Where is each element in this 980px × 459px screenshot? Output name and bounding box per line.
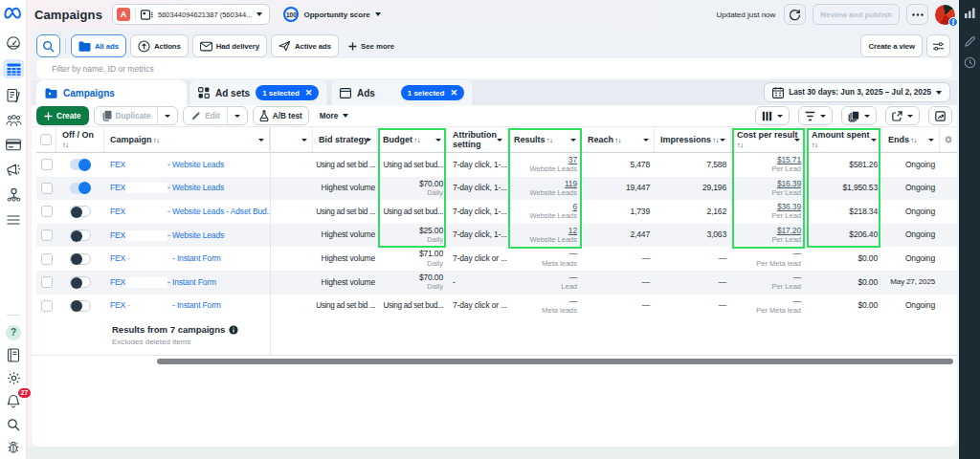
create-a-view-button[interactable]: Create a view (860, 34, 923, 57)
edit-dropdown[interactable] (227, 107, 247, 124)
toggle-knob (71, 277, 82, 289)
column-header-bid_strategy[interactable]: Bid strategy (313, 127, 377, 152)
column-header-ends[interactable]: Ends ↑↓ (882, 127, 940, 152)
cost-per-result-value[interactable]: $15.71 (777, 156, 801, 164)
reports-button[interactable] (841, 106, 877, 125)
results-value[interactable]: 6 (572, 203, 577, 211)
duplicate-dropdown[interactable] (157, 107, 177, 124)
sidebar-item-settings[interactable] (3, 370, 24, 386)
column-header-campaign[interactable]: Campaign ↑↓ (104, 127, 270, 152)
tab-ads[interactable]: Ads 1 selected✕ (330, 80, 474, 105)
campaign-name-link[interactable]: FEX- Website Leads - Adset Bud... (110, 207, 265, 217)
columns-button[interactable] (755, 106, 790, 125)
horizontal-scrollbar[interactable] (157, 359, 953, 364)
campaign-name-link[interactable]: FEX ·- Instant Form (110, 253, 265, 264)
campaign-toggle[interactable] (70, 183, 91, 194)
campaign-name-link[interactable]: FEX ·- Instant Form (110, 300, 265, 311)
date-range-selector[interactable]: Last 30 days: Jun 3, 2025 – Jul 2, 2025 (764, 82, 950, 102)
campaign-name-link[interactable]: FEX- Instant Form (110, 277, 265, 288)
sidebar-item-business-settings[interactable] (3, 186, 24, 203)
sidebar-item-billing[interactable] (3, 137, 24, 153)
sidebar-item-campaigns[interactable] (3, 59, 24, 78)
clock-icon[interactable] (964, 56, 976, 69)
column-header-impressions[interactable]: Impressions ↑↓ (655, 127, 731, 152)
info-icon[interactable] (229, 325, 238, 335)
see-more-button[interactable]: See more (348, 42, 394, 51)
row-checkbox[interactable] (41, 206, 53, 217)
sidebar-item-search[interactable] (3, 416, 24, 432)
row-checkbox[interactable] (41, 253, 53, 265)
results-cell: 6Website Leads (508, 200, 582, 224)
sidebar-item-all-tools[interactable] (3, 211, 24, 228)
row-checkbox[interactable] (41, 276, 53, 288)
gear-icon[interactable] (944, 135, 953, 144)
campaign-toggle[interactable] (70, 206, 91, 217)
campaign-toggle[interactable] (70, 230, 91, 241)
filter-active-ads-button[interactable]: Active ads (271, 34, 339, 57)
column-header-results[interactable]: Results ↑↓ (508, 127, 582, 152)
campaign-toggle[interactable] (70, 276, 91, 288)
results-value[interactable]: 119 (565, 180, 577, 188)
filter-had-delivery-button[interactable]: Had delivery (192, 34, 267, 57)
row-checkbox[interactable] (41, 183, 53, 194)
search-button[interactable] (36, 34, 60, 57)
pencil-icon[interactable] (964, 35, 976, 48)
results-value[interactable]: 37 (568, 156, 577, 164)
profile-avatar[interactable]: f (935, 5, 955, 25)
sidebar-item-account-overview[interactable] (3, 34, 24, 51)
filter-search-input[interactable] (36, 58, 952, 78)
bar-chart-icon[interactable] (964, 7, 976, 19)
row-checkbox[interactable] (41, 159, 53, 170)
campaign-name-link[interactable]: FEX- Website Leads (110, 230, 265, 241)
sidebar-item-report-bug[interactable] (3, 439, 24, 455)
column-header-budget[interactable]: Budget ↑↓ (377, 127, 447, 152)
column-header-amount_spent[interactable]: Amount spent↑↓ (806, 127, 882, 152)
view-settings-button[interactable] (926, 34, 950, 57)
cost-per-result-value[interactable]: $16.39 (777, 180, 801, 188)
filter-all-ads-button[interactable]: All ads (71, 34, 126, 57)
sidebar-item-ads-reporting[interactable] (3, 87, 24, 103)
column-header-cost_per_result[interactable]: Cost per result↑↓ (731, 127, 806, 152)
campaign-toggle[interactable] (70, 159, 91, 170)
meta-logo-icon[interactable] (4, 7, 23, 20)
duplicate-button[interactable]: Duplicate (95, 107, 158, 124)
sidebar-item-audiences[interactable] (3, 112, 24, 128)
review-and-publish-button[interactable]: Review and publish (813, 4, 900, 25)
cost-per-result-value[interactable]: $36.39 (777, 203, 801, 211)
column-header-blank[interactable] (270, 127, 313, 152)
sidebar-item-notifications[interactable]: 27 (3, 393, 24, 409)
more-button[interactable]: More (314, 112, 355, 120)
edit-button[interactable]: Edit (184, 107, 226, 124)
sidebar-item-promotions[interactable] (3, 162, 24, 178)
campaign-toggle[interactable] (70, 300, 91, 312)
sidebar-item-help[interactable]: ? (3, 324, 24, 340)
clear-selection-icon[interactable]: ✕ (305, 88, 313, 98)
column-header-reach[interactable]: Reach ↑↓ (582, 127, 655, 152)
cost-per-result-value[interactable]: $17.20 (777, 227, 801, 235)
column-header-off_on[interactable]: Off / On↑↓ (56, 127, 104, 152)
row-checkbox[interactable] (41, 230, 53, 241)
select-all-checkbox[interactable] (40, 134, 52, 145)
breakdown-button[interactable] (798, 106, 833, 125)
opportunity-score[interactable]: 100 Opportunity score (283, 7, 380, 22)
column-header-attribution[interactable]: Attribution setting (447, 127, 508, 152)
ab-test-button[interactable]: A/B test (253, 106, 309, 125)
export-button[interactable] (885, 106, 920, 125)
more-options-button[interactable] (906, 4, 928, 25)
row-checkbox[interactable] (41, 300, 53, 312)
refresh-button[interactable] (784, 4, 806, 25)
campaign-name-link[interactable]: FEX- Website Leads (110, 160, 265, 170)
charts-button[interactable] (928, 106, 952, 125)
sidebar-item-resources[interactable] (3, 347, 24, 363)
selected-count-chip[interactable]: 1 selected✕ (256, 85, 319, 100)
clear-selection-icon[interactable]: ✕ (450, 88, 457, 98)
ad-account-selector[interactable]: A 560344094621387 (560344... (112, 4, 270, 25)
create-button[interactable]: Create (36, 106, 89, 125)
selected-count-chip[interactable]: 1 selected✕ (401, 85, 464, 100)
results-value[interactable]: 12 (568, 227, 577, 235)
tab-campaigns[interactable]: Campaigns (36, 80, 187, 105)
campaign-toggle[interactable] (70, 253, 91, 265)
campaign-name-link[interactable]: FEX- Website Leads (110, 183, 265, 193)
filter-actions-button[interactable]: Actions (130, 34, 189, 57)
tab-ad-sets[interactable]: Ad sets 1 selected✕ (189, 80, 328, 105)
